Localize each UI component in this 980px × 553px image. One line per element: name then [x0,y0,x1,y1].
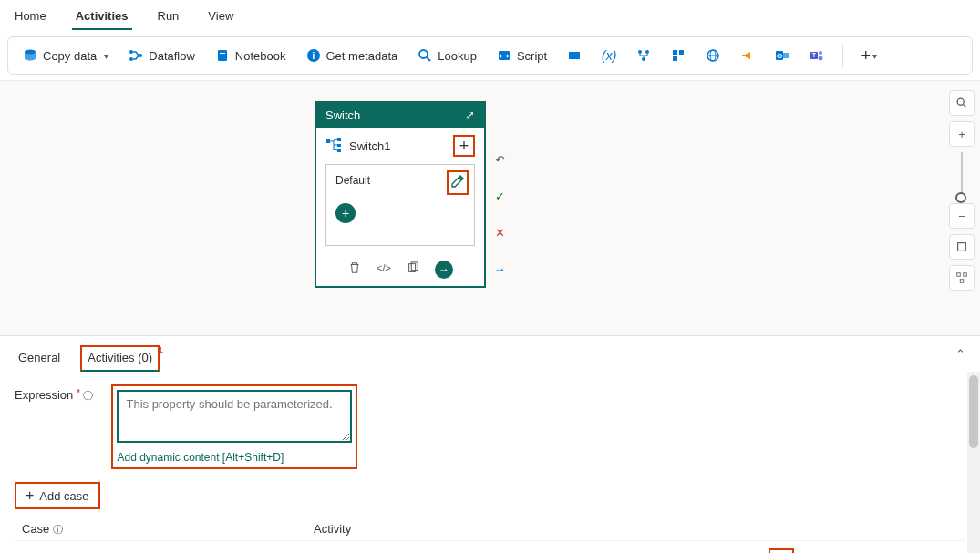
case-column-header: Case ⓘ [22,522,295,537]
svg-point-9 [419,50,428,58]
globe-icon[interactable] [700,43,726,68]
svg-point-28 [819,56,823,61]
tab-view[interactable]: View [204,4,237,30]
edit-default-button[interactable] [447,170,469,195]
tab-activities-label: Activities (0) [88,351,152,364]
add-dynamic-content-link[interactable]: Add dynamic content [Alt+Shift+D] [117,451,352,464]
auto-layout-button[interactable] [949,265,975,291]
switch-name: Switch1 [349,139,391,153]
activities-toolbar: Copy data ▾ Dataflow Notebook i Get meta… [7,36,973,75]
lookup-label: Lookup [438,49,477,63]
undo-handle-icon[interactable]: ↶ [492,152,507,167]
svg-rect-6 [220,56,225,56]
properties-content: Expression * ⓘ Add dynamic content [Alt+… [0,372,980,553]
notebook-icon [215,48,230,63]
properties-tab-bar: General Activities (0) 1 ⌃ [0,336,980,372]
svg-point-1 [129,50,133,54]
fit-to-screen-button[interactable] [949,234,975,260]
switch-activity-node[interactable]: Switch ⤢ Switch1 + Default + </> → [315,101,486,288]
tab-run[interactable]: Run [154,4,183,30]
tab-activities[interactable]: Activities [72,4,132,30]
code-icon[interactable]: </> [377,261,391,275]
switch-title-row: Switch1 + [316,128,484,164]
run-arrow-icon[interactable]: → [435,261,453,279]
canvas-search-button[interactable] [949,90,975,116]
switch-footer: </> → [316,255,484,286]
pencil-icon [450,174,465,189]
tab-general[interactable]: General [15,345,64,372]
zoom-slider-knob[interactable] [955,192,966,203]
vertical-scrollbar[interactable] [967,372,980,553]
expression-label-text: Expression [15,388,73,402]
lookup-button[interactable]: Lookup [412,45,482,67]
default-case-box[interactable]: Default + [325,164,475,246]
script-button[interactable]: Script [491,45,552,67]
get-metadata-button[interactable]: i Get metadata [301,45,404,67]
toolbar-icon-3[interactable] [631,43,656,68]
add-activity-to-default-button[interactable]: + [335,203,356,223]
copy-data-label: Copy data [43,49,97,63]
collapse-panel-button[interactable]: ⌃ [955,347,965,361]
pipeline-canvas[interactable]: Switch ⤢ Switch1 + Default + </> → ↶ ✓ ✕ [0,80,980,335]
svg-text:O: O [777,52,782,60]
completion-handle-icon[interactable]: → [492,261,507,276]
edit-case-row-button[interactable] [769,548,794,553]
svg-text:T: T [812,52,817,58]
dataflow-icon [129,48,143,63]
expression-input[interactable] [117,390,352,443]
variable-icon[interactable]: (x) [596,43,622,68]
switch-header: Switch ⤢ [316,103,484,128]
zoom-out-button[interactable]: − [949,203,975,229]
expand-icon[interactable]: ⤢ [465,108,475,122]
activity-column-header: Activity [314,522,351,537]
node-side-handles: ↶ ✓ ✕ → [492,152,507,276]
svg-rect-39 [964,273,967,277]
dataflow-button[interactable]: Dataflow [123,45,201,67]
svg-point-14 [645,50,649,54]
copy-icon[interactable] [406,261,420,275]
delete-icon[interactable] [347,261,362,275]
failure-handle-icon[interactable]: ✕ [492,225,507,240]
zoom-slider[interactable] [961,152,963,198]
plus-icon: + [26,487,34,504]
expression-input-wrap: Add dynamic content [Alt+Shift+D] [111,384,357,469]
expression-label: Expression * ⓘ [15,384,93,403]
add-activity-button[interactable]: +▾ [856,43,882,68]
add-case-label: Add case [39,489,88,503]
zoom-in-button[interactable]: + [949,121,975,147]
tab-home[interactable]: Home [11,4,50,30]
svg-rect-5 [220,53,225,54]
toolbar-icon-1[interactable] [562,43,587,68]
svg-rect-37 [958,243,966,251]
scrollbar-thumb[interactable] [969,375,978,448]
info-icon: i [306,48,321,63]
svg-rect-30 [337,138,341,141]
success-handle-icon[interactable]: ✓ [492,189,507,203]
add-case-button[interactable]: + Add case [15,482,100,509]
teams-icon[interactable]: T [804,43,830,68]
case-header-label: Case [22,522,49,536]
notebook-button[interactable]: Notebook [210,45,292,67]
svg-line-10 [427,57,430,61]
tab-activities-panel[interactable]: Activities (0) 1 [80,345,160,372]
toolbar-icon-4[interactable] [665,43,691,68]
add-case-plus-button[interactable]: + [453,135,475,157]
svg-point-15 [642,57,645,61]
table-row: Default No activities [15,540,965,553]
case-table: Case ⓘ Activity Default No activities [15,518,965,553]
svg-rect-12 [569,52,580,59]
database-icon [23,48,37,63]
svg-rect-18 [673,56,677,61]
svg-rect-32 [337,149,341,152]
info-icon[interactable]: ⓘ [53,524,63,535]
copy-data-button[interactable]: Copy data ▾ [17,45,114,67]
default-case-label: Default [335,174,465,187]
svg-point-3 [139,54,142,57]
svg-point-13 [638,50,642,54]
script-icon [497,48,511,63]
info-icon[interactable]: ⓘ [83,390,93,401]
case-table-header: Case ⓘ Activity [15,518,965,540]
switch-header-label: Switch [325,108,360,122]
outlook-icon[interactable]: O [769,43,795,68]
megaphone-icon[interactable] [735,43,760,68]
